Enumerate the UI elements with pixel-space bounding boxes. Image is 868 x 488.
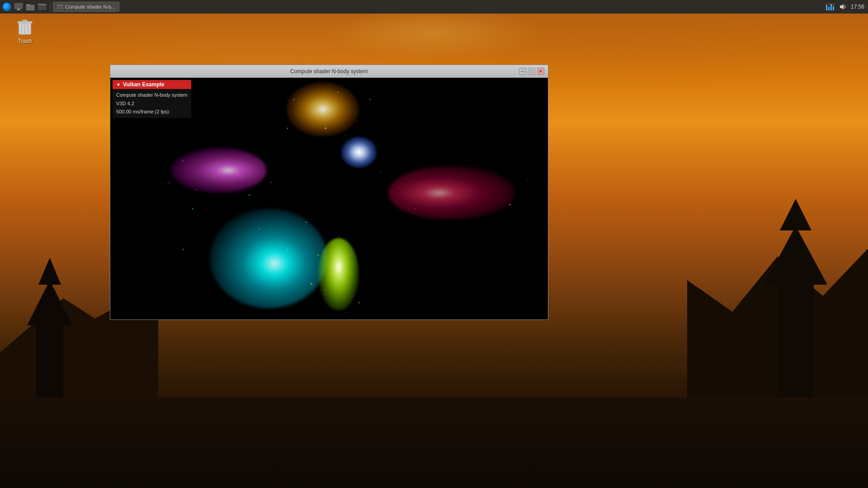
- svg-rect-0: [14, 3, 23, 9]
- taskbar: Compute shader N-b... 17:56: [0, 0, 868, 14]
- info-line-2: V3D 4.2: [116, 99, 188, 108]
- svg-rect-1: [17, 9, 20, 10]
- svg-rect-6: [38, 4, 46, 5]
- svg-rect-4: [26, 4, 30, 6]
- cluster-blue-white: [341, 136, 377, 168]
- globe-icon: [3, 3, 11, 11]
- svg-rect-10: [828, 7, 830, 10]
- svg-rect-2: [16, 10, 21, 10]
- ground: [0, 398, 868, 488]
- window-content: ▼ Vulkan Example Compute shader N-body s…: [110, 78, 548, 319]
- window-controls: — □ ✕: [519, 68, 544, 75]
- network-icon: [826, 3, 835, 10]
- trash-label: Trash: [18, 38, 32, 44]
- system-clock: 17:56: [851, 4, 864, 10]
- window-titlebar[interactable]: Compute shader N-body system — □ ✕: [110, 65, 548, 78]
- svg-marker-14: [840, 4, 844, 9]
- network-monitor-icon[interactable]: [826, 2, 835, 12]
- trash-icon-svg: [16, 18, 34, 36]
- speaker-icon: [840, 4, 847, 10]
- globe-taskbar-icon[interactable]: [2, 2, 12, 12]
- taskbar-separator: [50, 2, 50, 11]
- svg-rect-9: [826, 5, 827, 10]
- info-panel: ▼ Vulkan Example Compute shader N-body s…: [113, 80, 191, 118]
- svg-rect-12: [833, 6, 834, 10]
- cluster-yellow-green: [318, 238, 359, 310]
- info-arrow-icon: ▼: [116, 82, 121, 87]
- svg-rect-18: [23, 20, 28, 22]
- monitor-icon: [14, 3, 23, 10]
- window-title: Compute shader N-body system: [114, 68, 544, 75]
- cluster-orange: [287, 82, 359, 136]
- trash-desktop-icon[interactable]: Trash: [9, 18, 41, 44]
- info-line-3: 500.00 ms/frame (2 fps): [116, 108, 188, 116]
- minimize-button[interactable]: —: [519, 68, 526, 75]
- temple-left: [36, 316, 63, 407]
- filemanager-taskbar-icon[interactable]: [25, 2, 35, 12]
- taskbar-left-area: Compute shader N-b...: [0, 2, 121, 12]
- window-task-button[interactable]: Compute shader N-b...: [53, 2, 119, 12]
- maximize-button[interactable]: □: [528, 68, 535, 75]
- window-task-label: Compute shader N-b...: [65, 4, 115, 9]
- info-panel-header: ▼ Vulkan Example: [113, 80, 191, 89]
- app-window: Compute shader N-body system — □ ✕: [110, 65, 548, 320]
- info-line-1: Compute shader N-body system: [116, 91, 188, 99]
- monitor-taskbar-icon[interactable]: [14, 2, 24, 12]
- taskbar-right-area: 17:56: [822, 2, 868, 12]
- info-header-text: Vulkan Example: [123, 81, 165, 88]
- temple-right: [778, 280, 814, 407]
- window-taskbar-icon[interactable]: [37, 2, 47, 12]
- window-icon: [38, 4, 46, 10]
- cluster-red: [388, 166, 515, 220]
- volume-icon[interactable]: [838, 2, 848, 12]
- close-button[interactable]: ✕: [537, 68, 544, 75]
- window-task-icon: [57, 5, 63, 9]
- svg-rect-11: [830, 4, 832, 10]
- folder-icon: [26, 3, 34, 10]
- svg-rect-8: [57, 5, 63, 6]
- info-panel-body: Compute shader N-body system V3D 4.2 500…: [113, 89, 191, 118]
